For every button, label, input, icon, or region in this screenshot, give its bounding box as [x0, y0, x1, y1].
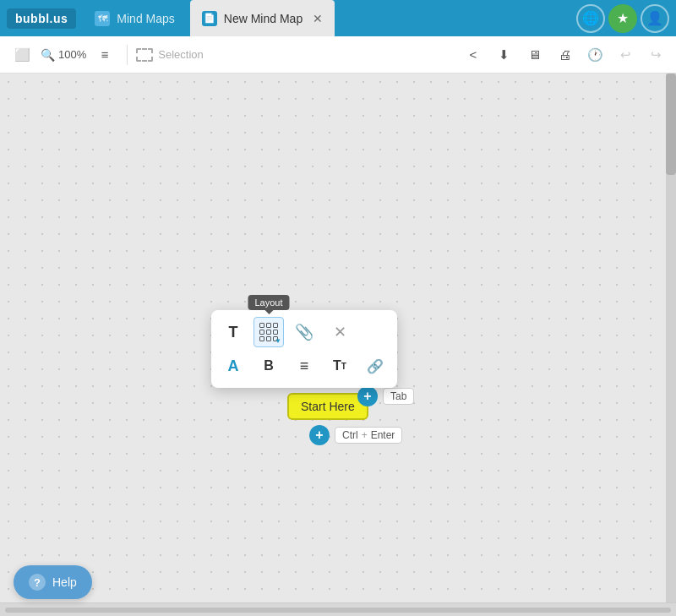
color-a-button[interactable]: A [218, 351, 248, 381]
zoom-icon[interactable]: 🔍 [41, 48, 55, 62]
redo-icon[interactable]: ↪ [644, 43, 668, 67]
tab-new-mind-map-icon: 📄 [202, 11, 217, 26]
scrollbar-right[interactable] [666, 74, 676, 602]
tab-mind-maps-label: Mind Maps [117, 12, 174, 25]
help-icon: ? [29, 574, 46, 591]
download-icon[interactable]: ⬇ [492, 43, 515, 67]
ctrl-key: Ctrl [342, 429, 358, 441]
ft-row-2: A B ≡ TT 🔗 [218, 351, 390, 381]
bold-button[interactable]: B [254, 351, 284, 381]
node-bottom-controls: + Ctrl + Enter [309, 425, 402, 445]
floating-toolbar: T Layout 📎 ✕ A B ≡ TT 🔗 [211, 310, 397, 388]
selection-box: Selection [136, 48, 456, 62]
enter-key: Enter [371, 429, 395, 441]
selection-label: Selection [158, 48, 203, 61]
hamburger-menu[interactable]: ≡ [91, 41, 118, 68]
scrollbar-bottom[interactable] [0, 602, 676, 616]
print-icon[interactable]: 🖨 [553, 43, 576, 67]
toolbar-right: < ⬇ 🖥 🖨 🕐 ↩ ↪ [461, 43, 668, 67]
scrollbar-bottom-track[interactable] [5, 608, 671, 613]
toolbar: ⬜ 🔍 100% ≡ Selection < ⬇ 🖥 🖨 🕐 ↩ ↪ [0, 36, 676, 74]
frame-icon[interactable]: ⬜ [8, 41, 35, 68]
node-right-controls: + Tab [285, 386, 414, 406]
align-button[interactable]: ≡ [289, 351, 319, 381]
ft-row-1: T Layout 📎 ✕ [218, 317, 390, 347]
help-button[interactable]: ? Help [14, 565, 92, 599]
layout-button[interactable] [254, 317, 284, 347]
user-button[interactable]: 👤 [641, 4, 669, 33]
separator-1 [127, 45, 128, 65]
layout-tooltip: Layout [248, 295, 289, 310]
tab-new-mind-map-label: New Mind Map [224, 12, 303, 25]
tab-mind-maps-icon: 🗺 [95, 11, 110, 26]
titlebar: bubbl.us 🗺 Mind Maps 📄 New Mind Map ✕ 🌐 … [0, 0, 676, 36]
history-icon[interactable]: 🕐 [583, 43, 607, 67]
link-button[interactable]: 🔗 [360, 351, 390, 381]
attach-button[interactable]: 📎 [289, 317, 319, 347]
logo[interactable]: bubbl.us [7, 8, 76, 29]
plus-symbol: + [362, 429, 368, 441]
close-toolbar-button[interactable]: ✕ [324, 317, 355, 347]
monitor-icon[interactable]: 🖥 [522, 43, 546, 67]
layout-wrapper: Layout [254, 317, 284, 347]
tab-close-icon[interactable]: ✕ [313, 12, 323, 25]
zoom-level[interactable]: 100% [58, 48, 86, 61]
undo-icon[interactable]: ↩ [613, 43, 637, 67]
help-label: Help [52, 575, 77, 589]
tab-mind-maps[interactable]: 🗺 Mind Maps [83, 0, 186, 36]
zoom-group: 🔍 100% [41, 48, 86, 62]
ctrl-enter-hint: Ctrl + Enter [335, 427, 402, 444]
text-format-button[interactable]: T [218, 317, 248, 347]
tab-key-hint: Tab [383, 388, 414, 405]
share-icon[interactable]: < [461, 43, 485, 67]
selection-border-icon [136, 48, 153, 62]
layout-grid-icon [259, 323, 278, 341]
node-bottom-add-button[interactable]: + [309, 425, 330, 445]
star-button[interactable]: ★ [608, 4, 637, 33]
canvas[interactable]: T Layout 📎 ✕ A B ≡ TT 🔗 St [0, 74, 676, 602]
globe-button[interactable]: 🌐 [576, 4, 605, 33]
scrollbar-thumb[interactable] [666, 74, 676, 175]
text-size-button[interactable]: TT [324, 351, 355, 381]
tab-new-mind-map[interactable]: 📄 New Mind Map ✕ [190, 0, 335, 36]
node-add-button[interactable]: + [357, 386, 378, 406]
